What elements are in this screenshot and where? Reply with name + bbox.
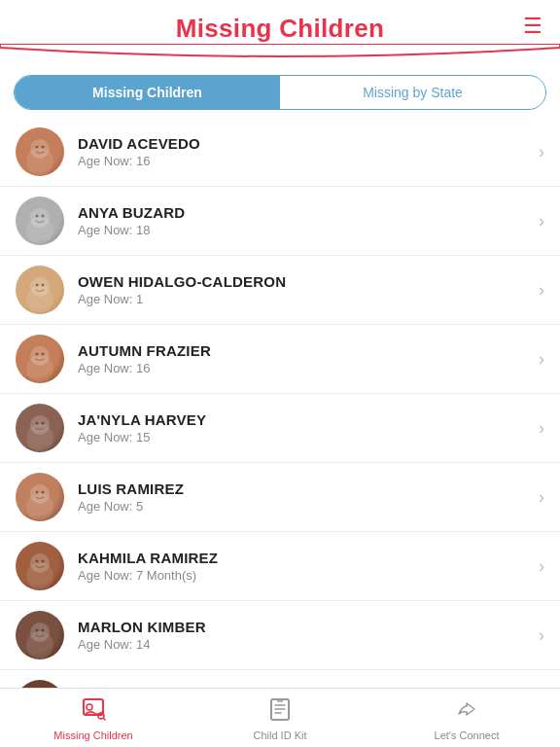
list-item[interactable]: LUIS RAMIREZAge Now: 5› [0, 463, 560, 532]
child-age: Age Now: 15 [78, 430, 531, 445]
svg-point-27 [26, 562, 53, 589]
list-item[interactable]: KAHMILA RAMIREZAge Now: 7 Month(s)› [0, 532, 560, 601]
chevron-right-icon: › [539, 625, 544, 646]
chevron-right-icon: › [539, 280, 544, 301]
lets-connect-icon [454, 696, 479, 728]
chevron-right-icon: › [539, 211, 544, 231]
svg-point-30 [42, 629, 45, 632]
avatar [16, 473, 64, 521]
svg-point-21 [36, 491, 39, 494]
svg-point-5 [36, 215, 39, 218]
menu-icon[interactable]: ☰ [523, 14, 542, 39]
header-divider [0, 44, 560, 65]
tab-missing-children[interactable]: Missing Children [15, 76, 280, 109]
avatar [16, 266, 64, 314]
nav-lets-connect[interactable]: Let's Connect [373, 694, 560, 743]
svg-point-3 [26, 148, 53, 175]
avatar [16, 404, 64, 452]
nav-child-id-kit-label: Child ID Kit [253, 729, 306, 741]
child-name: ANYA BUZARD [78, 204, 531, 221]
child-name: LUIS RAMIREZ [78, 480, 531, 497]
child-id-kit-icon [267, 696, 293, 728]
child-name: KAHMILA RAMIREZ [78, 550, 531, 566]
chevron-right-icon: › [539, 142, 544, 162]
svg-point-13 [36, 353, 39, 356]
child-age: Age Now: 18 [78, 223, 531, 237]
header: Missing Children ☰ [0, 0, 560, 44]
nav-missing-children-label: Missing Children [53, 729, 132, 741]
svg-point-31 [26, 631, 53, 658]
child-age: Age Now: 16 [78, 154, 531, 168]
tab-missing-by-state[interactable]: Missing by State [280, 76, 545, 109]
item-info: MARLON KIMBERAge Now: 14 [78, 619, 531, 652]
avatar [16, 611, 64, 659]
nav-lets-connect-label: Let's Connect [435, 729, 500, 741]
avatar [16, 127, 64, 176]
svg-point-7 [26, 217, 53, 244]
item-info: LUIS RAMIREZAge Now: 5 [78, 480, 531, 514]
list-item[interactable]: JA'NYLA HARVEYAge Now: 15› [0, 394, 560, 463]
child-age: Age Now: 1 [78, 292, 531, 306]
child-age: Age Now: 14 [78, 637, 531, 652]
page-title: Missing Children [176, 14, 384, 44]
item-info: AUTUMN FRAZIERAge Now: 16 [78, 342, 531, 375]
child-name: DAVID ACEVEDO [78, 135, 531, 152]
nav-child-id-kit[interactable]: Child ID Kit [187, 694, 373, 743]
svg-point-10 [42, 284, 45, 287]
item-info: DAVID ACEVEDOAge Now: 16 [78, 135, 531, 168]
list-item[interactable]: MARLON KIMBERAge Now: 14› [0, 601, 560, 670]
svg-point-22 [42, 491, 45, 494]
svg-point-11 [26, 286, 53, 313]
svg-point-45 [87, 704, 92, 710]
avatar [16, 542, 64, 590]
child-name: OWEN HIDALGO-CALDERON [78, 273, 531, 290]
chevron-right-icon: › [539, 556, 544, 577]
chevron-right-icon: › [539, 487, 544, 508]
chevron-right-icon: › [539, 349, 544, 370]
svg-point-14 [42, 353, 45, 356]
children-list: DAVID ACEVEDOAge Now: 16› ANYA BUZARDAge… [0, 118, 560, 688]
svg-point-1 [36, 146, 39, 149]
list-item[interactable]: OWEN HIDALGO-CALDERONAge Now: 1› [0, 256, 560, 325]
avatar [16, 680, 64, 688]
item-info: KAHMILA RAMIREZAge Now: 7 Month(s) [78, 550, 531, 583]
item-info: OWEN HIDALGO-CALDERONAge Now: 1 [78, 273, 531, 306]
svg-point-29 [36, 629, 39, 632]
missing-children-icon [81, 696, 106, 728]
item-info: JA'NYLA HARVEYAge Now: 15 [78, 411, 531, 445]
svg-point-18 [42, 422, 45, 425]
bottom-nav: Missing Children Child ID Kit Let's Conn… [0, 688, 560, 747]
svg-point-19 [26, 424, 53, 451]
child-age: Age Now: 7 Month(s) [78, 568, 531, 583]
child-name: MARLON KIMBER [78, 619, 531, 635]
avatar [16, 335, 64, 383]
svg-point-6 [42, 215, 45, 218]
chevron-right-icon: › [539, 418, 544, 439]
svg-point-26 [42, 560, 45, 563]
list-item[interactable]: JEYSON AMAYA-DIAZAge Now: 15› [0, 670, 560, 688]
svg-point-23 [26, 493, 53, 520]
tab-bar: Missing Children Missing by State [14, 75, 546, 110]
child-age: Age Now: 5 [78, 499, 531, 514]
svg-point-2 [42, 146, 45, 149]
list-item[interactable]: AUTUMN FRAZIERAge Now: 16› [0, 325, 560, 394]
list-item[interactable]: DAVID ACEVEDOAge Now: 16› [0, 118, 560, 187]
svg-point-9 [36, 284, 39, 287]
list-item[interactable]: ANYA BUZARDAge Now: 18› [0, 187, 560, 256]
child-name: JA'NYLA HARVEY [78, 411, 531, 428]
child-name: AUTUMN FRAZIER [78, 342, 531, 359]
svg-point-17 [36, 422, 39, 425]
item-info: ANYA BUZARDAge Now: 18 [78, 204, 531, 237]
svg-point-25 [36, 560, 39, 563]
svg-line-47 [103, 718, 105, 720]
avatar [16, 196, 64, 245]
nav-missing-children[interactable]: Missing Children [0, 694, 187, 743]
svg-point-15 [26, 355, 53, 382]
child-age: Age Now: 16 [78, 361, 531, 375]
